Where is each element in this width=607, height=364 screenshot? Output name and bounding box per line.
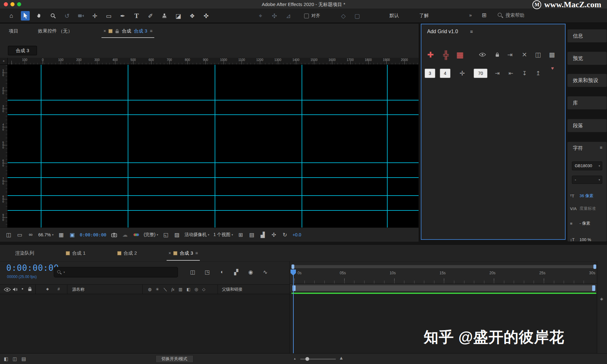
workspace-default[interactable]: 默认 xyxy=(389,13,399,19)
fx-icon[interactable]: fx xyxy=(171,287,174,292)
zoom-in-mountain-icon[interactable]: ▲ xyxy=(339,355,344,361)
snap-checkbox[interactable] xyxy=(304,14,309,18)
expand-layer-switches-icon[interactable]: ◧ xyxy=(4,356,8,362)
tab-comp-3[interactable]: ×合成 3≡ xyxy=(169,250,198,256)
panel-menu-icon[interactable]: ≡ xyxy=(470,29,473,34)
libraries-panel-tab[interactable]: 库 xyxy=(567,96,607,110)
tab-composition[interactable]: × 合成 合成 3 ≡ xyxy=(103,28,152,34)
quality-icon[interactable]: ＼ xyxy=(163,287,167,292)
preview-time-indicator[interactable]: 0:00:00:00 xyxy=(80,232,106,237)
show-snapshot-button[interactable]: ☁ xyxy=(122,232,129,238)
clear-guides-button[interactable]: ✕ xyxy=(522,51,527,58)
draft-3d-button[interactable]: ◳ xyxy=(204,269,211,276)
home-tool[interactable]: ⌂ xyxy=(7,11,16,21)
workspace-learn[interactable]: 了解 xyxy=(419,13,429,19)
clone-stamp-tool[interactable] xyxy=(160,11,169,21)
tab-comp-2[interactable]: 合成 2 xyxy=(117,250,137,256)
graph-editor-button[interactable]: ∿ xyxy=(262,269,269,276)
resolution-select[interactable]: (完整) xyxy=(144,232,156,238)
vertical-ruler[interactable]: 1 0 02 0 03 0 04 0 05 0 06 0 07 0 08 0 0… xyxy=(0,65,8,228)
lock-panel-icon[interactable] xyxy=(115,29,119,33)
view-layout-select-caret[interactable]: ▾ xyxy=(232,233,233,236)
panel-menu-icon[interactable]: ≡ xyxy=(600,145,602,150)
view-axis-mode-button[interactable]: ⊿ xyxy=(284,11,293,21)
time-navigator-end-handle[interactable] xyxy=(593,264,596,269)
3d-layer-icon[interactable]: ◇ xyxy=(202,287,205,292)
horizontal-ruler[interactable]: 1000100200300400500600700800900100011001… xyxy=(8,58,419,65)
shape-extra-tool[interactable]: ▢ xyxy=(353,11,362,21)
mask-feather-tool[interactable]: ◇ xyxy=(339,11,348,21)
workspace-settings-icon[interactable]: ⊞ xyxy=(482,12,487,19)
font-style-select[interactable]: - ▾ xyxy=(572,176,602,184)
selection-tool[interactable] xyxy=(21,11,30,21)
ruler-corner[interactable]: ⌖ xyxy=(0,58,8,65)
kerning-value[interactable]: 度量标准 xyxy=(579,206,599,211)
comp-marker-bin-icon[interactable]: ◈ xyxy=(600,296,603,301)
local-axis-mode-button[interactable]: ⌖ xyxy=(256,11,265,21)
timeline-search-input[interactable] xyxy=(67,270,178,275)
close-tab-icon[interactable]: × xyxy=(169,251,171,256)
font-family-select[interactable]: GB18030 ▾ xyxy=(572,161,602,170)
roto-brush-tool[interactable]: ❖ xyxy=(188,11,197,21)
title-action-safe-button[interactable]: ▣ xyxy=(69,232,76,238)
snapshot-button[interactable] xyxy=(111,233,118,237)
audio-column-icon[interactable] xyxy=(13,287,18,293)
eraser-tool[interactable]: ◪ xyxy=(174,11,183,21)
primary-viewer-toggle[interactable]: ▭ xyxy=(16,232,23,238)
time-ruler[interactable]: 0s05s10s15s20s25s30s xyxy=(290,269,597,284)
checkerboard-button[interactable]: ▩ xyxy=(549,51,555,58)
character-panel-title[interactable]: 字符 xyxy=(573,145,583,152)
rectangle-tool[interactable]: ▭ xyxy=(104,11,113,21)
vertical-scale-value[interactable]: 100 % xyxy=(579,237,591,242)
shy-layers-button[interactable]: ◖ xyxy=(218,269,225,276)
columns-input[interactable] xyxy=(440,69,451,78)
margin-top-button[interactable]: ↧ xyxy=(522,70,527,77)
label-column-icon[interactable]: ◆ xyxy=(46,287,49,291)
font-size-row[interactable]: ᵀT 36 像素 xyxy=(570,192,607,200)
margin-right-button[interactable]: ⇤ xyxy=(508,70,513,77)
gutter-input[interactable] xyxy=(474,69,487,78)
work-area-end-handle[interactable] xyxy=(592,285,595,291)
expand-time-controls-icon[interactable]: ▤ xyxy=(21,356,26,362)
text-tool[interactable]: T xyxy=(132,11,141,21)
rows-input[interactable] xyxy=(425,69,435,78)
move-grid-icon[interactable]: ✛ xyxy=(460,70,465,77)
camera-select[interactable]: 活动摄像机 xyxy=(184,232,206,238)
panel-menu-icon[interactable]: ≡ xyxy=(150,28,152,33)
frame-blend-icon[interactable]: ◧ xyxy=(187,287,190,292)
view-layout-select[interactable]: 1 个视图 xyxy=(213,232,230,238)
exposure-value[interactable]: +0.0 xyxy=(292,232,301,237)
solo-column-icon[interactable]: ● xyxy=(21,287,23,290)
close-window-button[interactable] xyxy=(4,2,8,6)
guides-visibility-button[interactable] xyxy=(479,53,486,57)
time-navigator-start-handle[interactable] xyxy=(291,264,294,269)
tab-effect-controls[interactable]: 效果控件 （无） xyxy=(38,28,72,34)
help-search-box[interactable]: 搜索帮助 xyxy=(498,12,524,18)
source-name-column-header[interactable]: 源名称 xyxy=(72,287,84,292)
lock-column-icon[interactable] xyxy=(28,287,32,293)
frame-blend-enable-button[interactable]: ▞ xyxy=(233,269,240,276)
minimize-window-button[interactable] xyxy=(10,2,15,6)
composition-view[interactable] xyxy=(8,65,419,228)
tab-render-queue[interactable]: 渲染队列 xyxy=(15,250,34,256)
preview-panel-tab[interactable]: 预览 xyxy=(567,52,607,65)
add-grid-dense-button[interactable]: ▦ xyxy=(456,50,464,59)
motion-blur-enable-button[interactable]: ◉ xyxy=(247,269,254,276)
comp-mini-flowchart-button[interactable]: ◫ xyxy=(189,269,196,276)
timeline-zoom-slider-handle[interactable] xyxy=(305,357,309,361)
pan-behind-tool[interactable]: ✛ xyxy=(90,11,99,21)
tracking-row[interactable]: ≡ - 像素 xyxy=(570,220,607,227)
margin-bottom-button[interactable]: ↥ xyxy=(536,70,540,77)
tab-comp-1[interactable]: 合成 1 xyxy=(66,250,86,256)
timeline-flowchart-button[interactable]: ✣ xyxy=(270,232,277,238)
world-axis-mode-button[interactable]: ✣ xyxy=(270,11,279,21)
unified-camera-tool[interactable] xyxy=(77,11,85,21)
share-view-button[interactable]: ⊞ xyxy=(237,232,244,238)
mask-icon[interactable]: ▥ xyxy=(179,287,182,292)
rotation-tool[interactable]: ↺ xyxy=(63,11,71,21)
panel-menu-icon[interactable]: ≡ xyxy=(195,251,198,256)
font-size-value[interactable]: 36 像素 xyxy=(579,193,593,199)
margin-left-button[interactable]: ⇥ xyxy=(495,70,500,77)
tracking-value[interactable]: - 像素 xyxy=(579,221,590,226)
current-time-display[interactable]: 0:00:00:00 xyxy=(6,263,59,273)
